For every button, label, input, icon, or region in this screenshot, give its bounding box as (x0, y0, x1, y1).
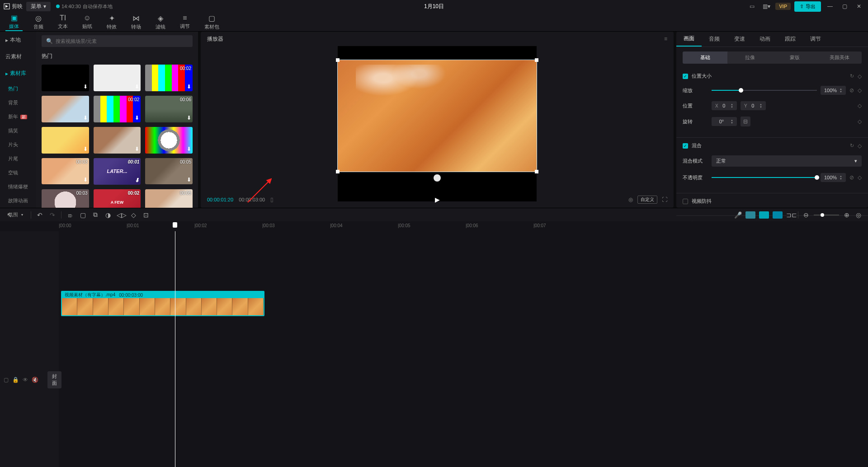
media-subcategory[interactable]: 情绪爆梗 (0, 180, 36, 194)
timeline-area[interactable]: ▢ 🔒 👁 🔇 封面 视频素材（有字幕）.mp4 00:00:03:00 (0, 231, 868, 467)
download-icon[interactable]: ⬇ (187, 146, 191, 152)
rotate-tool[interactable]: ◇ (129, 211, 137, 219)
position-size-checkbox[interactable]: ✓ (683, 74, 688, 79)
props-tab[interactable]: 调节 (803, 32, 828, 47)
timeline-ruler[interactable]: |00:00|00:01|00:02|00:03|00:04|00:05|00:… (0, 221, 868, 231)
opacity-slider[interactable] (712, 177, 817, 178)
play-button[interactable]: ▶ (435, 196, 440, 203)
opacity-lock-icon[interactable]: ⊘ (849, 174, 854, 181)
media-thumbnail[interactable]: A FEW00:02⬇ (94, 189, 141, 208)
playhead-handle[interactable] (173, 222, 177, 228)
download-icon[interactable]: ⬇ (83, 177, 88, 183)
nav-item-7[interactable]: ≡调节 (176, 13, 193, 31)
video-frame[interactable] (338, 60, 537, 172)
download-icon[interactable]: ⬇ (83, 84, 88, 90)
maximize-button[interactable]: ▢ (839, 1, 850, 11)
mirror-tool[interactable]: ◁▷ (117, 211, 125, 219)
download-icon[interactable]: ⬇ (135, 177, 139, 183)
props-tab[interactable]: 音频 (702, 32, 727, 47)
download-icon[interactable]: ⬇ (83, 146, 88, 152)
nav-item-4[interactable]: ✦特效 (103, 13, 120, 31)
media-subcategory[interactable]: 新年 新 (0, 110, 36, 124)
track-visible-icon[interactable]: 👁 (23, 377, 28, 383)
player-canvas[interactable] (338, 46, 537, 201)
close-button[interactable]: ✕ (854, 1, 864, 11)
media-thumbnail[interactable]: 00:05⬇ (145, 158, 193, 185)
track-lock-icon[interactable]: 🔒 (12, 377, 19, 383)
rotation-keyframe-icon[interactable]: ◇ (858, 118, 862, 125)
download-icon[interactable]: ⬇ (135, 115, 139, 121)
nav-item-5[interactable]: ⋈转场 (127, 13, 145, 31)
opacity-keyframe-icon[interactable]: ◇ (858, 174, 862, 181)
media-thumbnail[interactable]: 00:05⬇ (145, 189, 193, 208)
fullscreen-icon[interactable]: ⛶ (662, 196, 667, 203)
track-opts-icon[interactable]: ▢ (4, 377, 9, 383)
mic-icon[interactable]: 🎤 (734, 211, 742, 219)
nav-item-8[interactable]: ▢素材包 (201, 13, 223, 31)
aspect-lock-button[interactable]: ⊟ (741, 117, 750, 126)
props-subtab[interactable]: 美颜美体 (817, 51, 862, 64)
media-thumbnail[interactable]: 00:03⬇ (42, 189, 89, 208)
nav-item-6[interactable]: ◈滤镜 (152, 13, 169, 31)
ratio-button[interactable]: 自定义 (637, 196, 657, 204)
props-subtab[interactable]: 蒙版 (772, 51, 817, 64)
playhead-line[interactable] (175, 231, 175, 467)
download-icon[interactable]: ⬇ (187, 115, 191, 121)
track-color-1[interactable] (745, 211, 755, 219)
media-thumbnail[interactable]: 00:02⬇ (94, 96, 141, 122)
media-thumbnail[interactable]: LATER...00:01⬇ (94, 158, 141, 185)
track-color-3[interactable] (773, 211, 783, 219)
track-mute-icon[interactable]: 🔇 (32, 377, 38, 383)
scale-slider[interactable] (712, 90, 817, 91)
compare-icon[interactable]: ◎ (628, 196, 633, 203)
rotate-handle[interactable] (434, 174, 441, 182)
search-input[interactable] (56, 38, 188, 44)
download-icon[interactable]: ⬇ (135, 146, 139, 152)
player-menu-icon[interactable]: ≡ (664, 36, 667, 42)
props-tab[interactable]: 跟踪 (778, 32, 803, 47)
media-thumbnail[interactable]: ⬇ (42, 96, 89, 122)
media-category[interactable]: 云素材 (0, 48, 36, 65)
download-icon[interactable]: ⬇ (83, 115, 88, 121)
media-thumbnail[interactable]: ⬇ (42, 65, 89, 91)
media-subcategory[interactable]: 搞笑 (0, 124, 36, 138)
download-icon[interactable]: ⬇ (187, 84, 191, 90)
zoom-out-icon[interactable]: ⊖ (802, 211, 810, 219)
download-icon[interactable]: ⬇ (135, 84, 139, 90)
vip-badge[interactable]: VIP (775, 3, 791, 10)
menu-button[interactable]: 菜单 ▾ (26, 2, 51, 11)
position-y-input[interactable]: Y0▲▼ (741, 101, 766, 110)
media-thumbnail[interactable]: 00:02⬇ (145, 65, 193, 91)
scale-keyframe-icon[interactable]: ◇ (858, 87, 862, 93)
search-box[interactable]: 🔍 (42, 35, 193, 47)
redo-tool[interactable]: ↷ (48, 211, 57, 219)
undo-tool[interactable]: ↶ (36, 211, 44, 219)
media-subcategory[interactable]: 片尾 (0, 152, 36, 166)
shortcut-icon[interactable]: ▭ (746, 1, 757, 11)
scale-lock-icon[interactable]: ⊘ (849, 87, 854, 93)
video-clip[interactable]: 视频素材（有字幕）.mp4 00:00:03:00 (61, 291, 264, 316)
props-tab[interactable]: 画面 (676, 32, 702, 47)
nav-item-1[interactable]: ◎音频 (30, 13, 47, 31)
layout-icon[interactable]: ▥▾ (761, 1, 772, 11)
blend-keyframe-icon[interactable]: ◇ (858, 143, 862, 149)
position-x-input[interactable]: X0▲▼ (712, 101, 737, 110)
minimize-button[interactable]: — (825, 1, 835, 11)
media-category[interactable]: ▸素材库 (0, 65, 36, 82)
media-thumbnail[interactable]: ⬇ (94, 65, 141, 91)
media-subcategory[interactable]: 空镜 (0, 166, 36, 180)
export-button[interactable]: ⇧ 导出 (794, 1, 821, 12)
resize-handle-br[interactable] (535, 170, 538, 173)
copy-tool[interactable]: ⧉ (91, 211, 99, 219)
media-thumbnail[interactable]: ⬇ (42, 127, 89, 154)
opacity-value[interactable]: 100%▲▼ (821, 173, 846, 182)
media-thumbnail[interactable]: 00:06⬇ (145, 96, 193, 122)
position-keyframe-icon[interactable]: ◇ (858, 103, 862, 109)
scale-value[interactable]: 100%▲▼ (821, 86, 846, 95)
props-subtab[interactable]: 基础 (683, 51, 727, 64)
blend-checkbox[interactable]: ✓ (683, 143, 688, 149)
reverse-tool[interactable]: ◑ (104, 211, 112, 219)
media-thumbnail[interactable]: ⬇ (94, 127, 141, 154)
split-tool[interactable]: ⎄ (66, 211, 74, 219)
media-subcategory[interactable]: 片头 (0, 138, 36, 152)
